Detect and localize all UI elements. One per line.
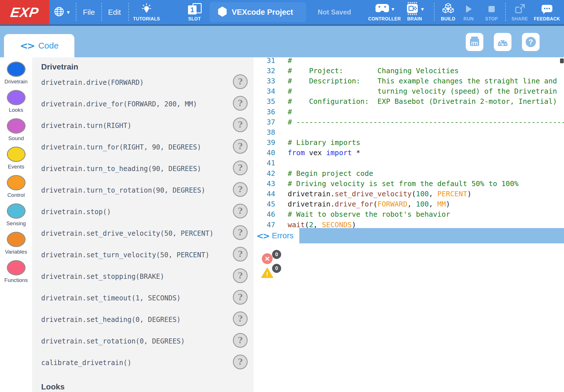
command-row[interactable]: drivetrain.turn(RIGHT)? <box>32 117 254 134</box>
command-row[interactable]: drivetrain.turn_to_rotation(90, DEGREES)… <box>32 182 254 199</box>
file-menu[interactable]: File <box>78 0 100 24</box>
command-help-button[interactable]: ? <box>233 247 248 262</box>
command-row[interactable]: drivetrain.stop()? <box>32 203 254 220</box>
sidebar-item-looks[interactable]: Looks <box>0 90 32 113</box>
sensing-category-icon <box>7 203 26 219</box>
svg-text:!: ! <box>266 271 268 278</box>
command-row[interactable]: drivetrain.set_turn_velocity(50, PERCENT… <box>32 246 254 264</box>
device-port-button[interactable] <box>466 33 483 51</box>
file-menu-label: File <box>83 8 95 17</box>
command-help-button[interactable]: ? <box>233 182 248 197</box>
command-help-button[interactable]: ? <box>233 204 248 218</box>
tutorials-label: TUTORIALS <box>133 16 160 22</box>
tab-code[interactable]: <> Code <box>4 34 74 57</box>
toolbar-divider <box>101 3 102 21</box>
command-row[interactable]: drivetrain.set_drive_velocity(50, PERCEN… <box>32 225 254 242</box>
command-help-button[interactable]: ? <box>233 139 248 154</box>
line-number: 31 <box>254 57 275 65</box>
feedback-button[interactable]: FEEDBACK <box>531 0 563 24</box>
command-help-button[interactable]: ? <box>233 290 248 305</box>
sidebar-item-label: Sound <box>8 135 24 142</box>
secondary-toolbar: <> Code <box>0 26 564 57</box>
build-cubes-icon <box>442 3 455 15</box>
command-help-button[interactable]: ? <box>233 96 248 111</box>
sidebar-item-drivetrain[interactable]: Drivetrain <box>0 62 32 85</box>
command-help-button[interactable]: ? <box>233 333 248 348</box>
command-row[interactable]: drivetrain.set_timeout(1, SECONDS)? <box>32 290 254 307</box>
command-help-button[interactable]: ? <box>233 311 248 326</box>
command-row[interactable]: drivetrain.drive(FORWARD)? <box>32 74 254 91</box>
sidebar-item-label: Sensing <box>6 220 26 227</box>
command-row[interactable]: calibrate_drivetrain()? <box>32 354 254 371</box>
brain-button[interactable]: ▼ BRAIN <box>400 0 429 24</box>
command-text: drivetrain.set_turn_velocity(50, PERCENT… <box>41 251 209 259</box>
command-text: drivetrain.drive_for(FORWARD, 200, MM) <box>41 100 197 108</box>
toolbar-divider <box>76 3 76 21</box>
toolbar-divider <box>434 3 435 21</box>
variables-category-icon <box>7 232 26 247</box>
sidebar-item-control[interactable]: Control <box>0 175 32 198</box>
dashboard-button[interactable] <box>494 33 511 51</box>
line-number: 46 <box>254 210 275 218</box>
slot-button[interactable]: 1 SLOT <box>182 0 207 24</box>
project-title-chip[interactable]: VEXcode Project <box>210 2 306 22</box>
command-row[interactable]: drivetrain.turn_to_heading(90, DEGREES)? <box>32 160 254 177</box>
command-help-button[interactable]: ? <box>233 117 248 132</box>
command-help-button[interactable]: ? <box>233 268 248 283</box>
code-editor[interactable]: 31#32# Project: Changing Velocities33# D… <box>254 57 564 228</box>
lightbulb-icon <box>141 3 152 15</box>
line-number: 41 <box>254 159 275 167</box>
stop-button[interactable]: STOP <box>479 0 504 24</box>
code-line: 37# ------------------------------------… <box>254 117 564 127</box>
edit-menu[interactable]: Edit <box>103 0 126 24</box>
code-line: 42# Begin project code <box>254 168 564 178</box>
command-help-button[interactable]: ? <box>233 225 248 240</box>
section-title-looks: Looks <box>41 382 64 391</box>
sidebar-item-variables[interactable]: Variables <box>0 232 32 255</box>
sidebar-item-events[interactable]: Events <box>0 147 32 170</box>
tab-errors[interactable]: <> Errors <box>254 228 299 243</box>
sidebar-item-functions[interactable]: Functions <box>0 260 32 283</box>
vertical-scrollbar-thumb[interactable] <box>560 58 564 63</box>
sidebar-item-sensing[interactable]: Sensing <box>0 203 32 227</box>
command-row[interactable]: drivetrain.drive_for(FORWARD, 200, MM)? <box>32 96 254 113</box>
command-row[interactable]: drivetrain.set_rotation(0, DEGREES)? <box>32 333 254 350</box>
sound-category-icon <box>7 118 26 134</box>
command-row[interactable]: drivetrain.set_heading(0, DEGREES)? <box>32 311 254 328</box>
errors-tab-label: Errors <box>272 231 293 240</box>
events-category-icon <box>7 147 26 162</box>
tutorials-button[interactable]: TUTORIALS <box>131 0 162 24</box>
line-number: 37 <box>254 118 275 126</box>
command-panel: Drivetrain drivetrain.drive(FORWARD)?dri… <box>32 57 254 392</box>
controller-icon <box>375 3 390 15</box>
brain-label: BRAIN <box>407 16 422 22</box>
command-row[interactable]: drivetrain.set_stopping(BRAKE)? <box>32 268 254 285</box>
error-count-icon[interactable]: × <box>262 253 273 264</box>
command-help-button[interactable]: ? <box>233 74 248 89</box>
warning-count-icon[interactable]: ! <box>261 267 273 278</box>
sidebar-item-label: Looks <box>9 107 23 113</box>
port-icon <box>469 36 480 48</box>
share-label: SHARE <box>511 16 528 22</box>
controller-button[interactable]: ▼ CONTROLLER <box>366 0 403 24</box>
share-button[interactable]: SHARE <box>507 0 532 24</box>
command-help-button[interactable]: ? <box>233 355 248 369</box>
command-text: drivetrain.set_stopping(BRAKE) <box>41 273 164 281</box>
project-title: VEXcode Project <box>232 8 293 17</box>
command-row[interactable]: drivetrain.turn_for(RIGHT, 90, DEGREES)? <box>32 139 254 156</box>
command-help-button[interactable]: ? <box>233 161 248 175</box>
line-number: 36 <box>254 108 275 116</box>
play-icon <box>463 3 474 15</box>
command-text: drivetrain.drive(FORWARD) <box>41 79 144 87</box>
language-menu[interactable]: ▼ <box>49 0 74 24</box>
exp-logo-text: EXP <box>10 5 40 20</box>
line-number: 32 <box>254 67 275 75</box>
run-button[interactable]: RUN <box>457 0 480 24</box>
help-button[interactable]: ? <box>522 33 540 51</box>
code-line: 35# Configuration: EXP Basebot (Drivetra… <box>254 96 564 107</box>
code-line: 34# turning velocity (speed) of the Driv… <box>254 86 564 96</box>
sidebar-item-sound[interactable]: Sound <box>0 118 32 142</box>
controller-label: CONTROLLER <box>368 16 401 22</box>
line-number: 42 <box>254 169 275 178</box>
hexagon-icon <box>218 7 227 18</box>
